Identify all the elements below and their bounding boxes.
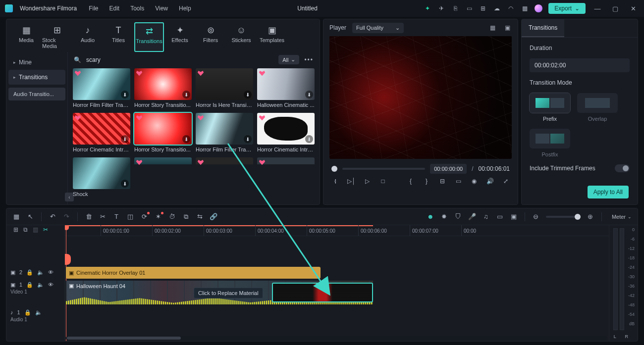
tab-media[interactable]: ▦Media bbox=[11, 22, 41, 52]
marker-icon[interactable]: ▭ bbox=[496, 213, 504, 220]
export-button[interactable]: Export⌄ bbox=[548, 3, 586, 14]
favorite-icon[interactable] bbox=[74, 114, 81, 121]
track-head-overlay[interactable]: ▣2 🔒 🔈 👁 bbox=[6, 265, 64, 280]
zoom-out-button[interactable]: ⊖ bbox=[532, 213, 540, 220]
preview-viewport[interactable] bbox=[329, 36, 512, 159]
mode-postfix[interactable]: Postfix bbox=[530, 129, 570, 157]
download-icon[interactable]: ⬇ bbox=[305, 135, 313, 143]
snapshot-icon[interactable]: ▣ bbox=[503, 24, 512, 31]
color-button[interactable]: ✶ bbox=[154, 213, 162, 221]
sidebar-item-mine[interactable]: ▸Mine bbox=[8, 55, 65, 70]
undo-button[interactable]: ↶ bbox=[49, 213, 56, 220]
favorite-icon[interactable] bbox=[259, 114, 266, 121]
speed-button[interactable]: ⟳ bbox=[140, 213, 148, 221]
tab-templates[interactable]: ▣Templates bbox=[257, 22, 287, 52]
grid-view-icon[interactable]: ▦ bbox=[488, 24, 497, 31]
tab-transitions[interactable]: ⇄Transitions bbox=[134, 22, 164, 52]
menu-help[interactable]: Help bbox=[179, 5, 191, 12]
sidebar-item-audio-transitions[interactable]: Audio Transitio... bbox=[8, 88, 65, 100]
tab-audio[interactable]: ♪Audio bbox=[73, 22, 103, 52]
window-close-button[interactable]: ✕ bbox=[627, 5, 639, 12]
mark-out-button[interactable]: } bbox=[423, 178, 430, 185]
download-icon[interactable]: ⬇ bbox=[121, 91, 129, 99]
stop-button[interactable]: □ bbox=[379, 178, 387, 185]
overlay-clip[interactable]: ▣ Cinematic Horror Overlay 01 bbox=[66, 267, 321, 279]
favorite-icon[interactable] bbox=[74, 70, 81, 77]
trimmed-frames-toggle[interactable] bbox=[615, 164, 630, 172]
download-icon[interactable]: ⬇ bbox=[305, 91, 313, 99]
cursor-icon[interactable]: ↖ bbox=[26, 213, 34, 220]
apps-icon[interactable]: ▦ bbox=[521, 4, 529, 12]
sidebar-item-transitions[interactable]: ▸Transitions bbox=[8, 70, 65, 85]
display-button[interactable]: ▭ bbox=[454, 178, 462, 185]
in-point-marker[interactable] bbox=[65, 254, 71, 265]
crop-button[interactable]: ◫ bbox=[126, 213, 134, 221]
screen-icon[interactable]: ▭ bbox=[465, 4, 473, 12]
transition-card[interactable]: ⬇Horror Is Here Transiti... bbox=[196, 68, 253, 108]
zoom-slider[interactable] bbox=[546, 216, 581, 218]
mark-in-button[interactable]: { bbox=[407, 178, 415, 185]
time-ruler[interactable]: 00:00:01:0000:00:02:0000:00:03:0000:00:0… bbox=[65, 225, 609, 236]
tab-stock-media[interactable]: ⊞Stock Media bbox=[42, 22, 72, 52]
lock-icon[interactable]: 🔒 bbox=[26, 269, 33, 276]
more-options-button[interactable]: ••• bbox=[304, 56, 314, 63]
favorite-icon[interactable] bbox=[197, 114, 204, 121]
tool3-icon[interactable]: ▥ bbox=[33, 226, 38, 237]
prev-frame-button[interactable]: ⦉ bbox=[331, 178, 339, 185]
duration-input[interactable]: 00:00:02:00 bbox=[530, 58, 630, 72]
menu-edit[interactable]: Edit bbox=[109, 5, 120, 12]
scrub-bar[interactable] bbox=[342, 168, 425, 170]
shield-icon[interactable]: ⛉ bbox=[454, 213, 462, 220]
tool2-icon[interactable]: ⧉ bbox=[23, 226, 28, 237]
transition-card[interactable]: ⬇Horror Story Transitio... bbox=[134, 113, 192, 152]
play-button[interactable]: ▷ bbox=[363, 178, 371, 185]
download-icon[interactable]: ⬇ bbox=[121, 135, 129, 143]
avatar-icon[interactable] bbox=[535, 4, 542, 12]
face-icon[interactable]: ☻ bbox=[427, 213, 434, 220]
tab-stickers[interactable]: ☺Stickers bbox=[226, 22, 256, 52]
group-icon[interactable]: ⧉ bbox=[182, 213, 190, 221]
transition-card[interactable]: ⬇Horror Cinematic Intro... bbox=[73, 113, 130, 152]
frame-icon[interactable]: ▣ bbox=[510, 213, 518, 220]
transition-card[interactable]: ⬇Horror Film Filter Tran... bbox=[196, 113, 253, 152]
tab-titles[interactable]: TTitles bbox=[104, 22, 133, 52]
favorite-icon[interactable] bbox=[259, 70, 266, 77]
fullscreen-button[interactable]: ⤢ bbox=[502, 178, 510, 185]
eye-icon[interactable]: 👁 bbox=[48, 269, 54, 275]
search-input[interactable] bbox=[86, 56, 273, 63]
delete-button[interactable]: 🗑 bbox=[85, 213, 93, 221]
favorite-icon[interactable] bbox=[136, 114, 143, 121]
transition-card[interactable]: ⬇Horror Film Filter Tran... bbox=[73, 68, 130, 108]
redo-button[interactable]: ↷ bbox=[62, 213, 70, 220]
tool1-icon[interactable]: ⊞ bbox=[13, 226, 18, 237]
zoom-in-button[interactable]: ⊕ bbox=[587, 213, 594, 220]
tune-icon[interactable]: ✸ bbox=[440, 213, 448, 220]
favorite-icon[interactable] bbox=[197, 70, 204, 77]
mic-icon[interactable]: 🎤 bbox=[468, 213, 476, 220]
download-icon[interactable]: ⬇ bbox=[121, 180, 129, 188]
filter-dropdown[interactable]: All⌄ bbox=[278, 55, 299, 64]
mute-icon[interactable]: 🔈 bbox=[35, 309, 42, 316]
lock-icon[interactable]: 🔒 bbox=[26, 282, 33, 288]
track-head-video[interactable]: ▣1 🔒 🔈 👁 Video 1 bbox=[6, 280, 64, 307]
timer-button[interactable]: ⏱ bbox=[168, 213, 176, 221]
link-icon[interactable]: 🔗 bbox=[210, 213, 217, 221]
mode-overlap[interactable]: Overlap bbox=[577, 93, 618, 122]
step-back-button[interactable]: ▷│ bbox=[347, 178, 355, 185]
favorite-icon[interactable] bbox=[136, 70, 143, 77]
cloud-icon[interactable]: ☁ bbox=[493, 4, 501, 12]
notify-icon[interactable]: ⎘ bbox=[451, 4, 459, 12]
cut-button[interactable]: ✂ bbox=[99, 213, 107, 221]
window-maximize-button[interactable]: ▢ bbox=[609, 5, 621, 12]
quality-dropdown[interactable]: Full Quality⌄ bbox=[352, 23, 404, 33]
menu-view[interactable]: View bbox=[155, 5, 168, 12]
transition-card[interactable]: ⬇Halloween Cinematic ... bbox=[257, 68, 315, 108]
ratio-button[interactable]: ⊟ bbox=[438, 178, 446, 185]
mode-prefix[interactable]: Prefix bbox=[530, 93, 570, 122]
library-icon[interactable]: ⊞ bbox=[479, 4, 487, 12]
timeline-tracks[interactable]: 00:00:01:0000:00:02:0000:00:03:0000:00:0… bbox=[65, 225, 609, 341]
track-head-audio[interactable]: ♪1 🔒 🔈 Audio 1 bbox=[6, 307, 64, 335]
lock-icon[interactable]: 🔒 bbox=[24, 309, 31, 316]
tab-filters[interactable]: ⊚Filters bbox=[196, 22, 225, 52]
text-tool-button[interactable]: T bbox=[112, 213, 120, 221]
